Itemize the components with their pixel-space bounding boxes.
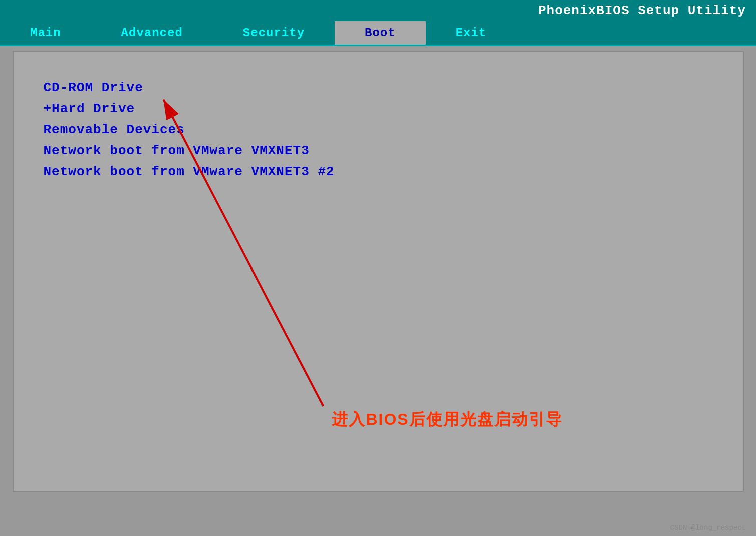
watermark: CSDN @long_respect	[670, 524, 746, 532]
title-bar: PhoenixBIOS Setup Utility	[0, 0, 756, 21]
nav-main[interactable]: Main	[0, 21, 91, 45]
boot-item-cdrom[interactable]: CD-ROM Drive	[44, 77, 713, 98]
boot-item-network1[interactable]: Network boot from VMware VMXNET3	[44, 140, 713, 161]
chinese-annotation: 进入BIOS后使用光盘启动引导	[332, 409, 562, 431]
nav-exit[interactable]: Exit	[426, 21, 517, 45]
main-content: CD-ROM Drive +Hard Drive Removable Devic…	[13, 51, 744, 492]
boot-list: CD-ROM Drive +Hard Drive Removable Devic…	[44, 77, 713, 182]
boot-item-harddrive[interactable]: +Hard Drive	[44, 98, 713, 119]
nav-bar: Main Advanced Security Boot Exit	[0, 21, 756, 46]
boot-item-cdrom-label: CD-ROM Drive	[44, 80, 143, 95]
nav-security[interactable]: Security	[213, 21, 335, 45]
boot-item-network2[interactable]: Network boot from VMware VMXNET3 #2	[44, 161, 713, 182]
title-text: PhoenixBIOS Setup Utility	[538, 3, 746, 18]
nav-advanced[interactable]: Advanced	[91, 21, 213, 45]
boot-item-removable[interactable]: Removable Devices	[44, 119, 713, 140]
nav-boot[interactable]: Boot	[335, 21, 426, 45]
